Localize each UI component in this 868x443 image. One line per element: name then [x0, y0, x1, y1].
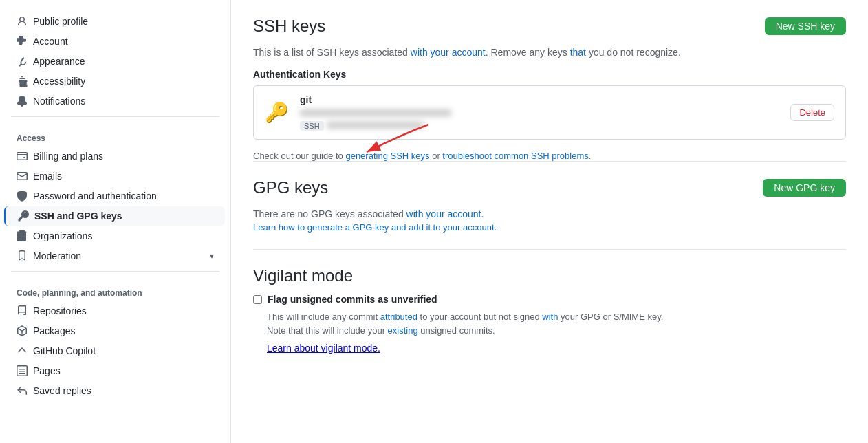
new-ssh-key-button[interactable]: New SSH key — [765, 17, 846, 35]
gpg-section-header: GPG keys New GPG key — [253, 178, 846, 197]
sidebar-item-notifications[interactable]: Notifications — [6, 91, 225, 111]
reply-icon — [17, 385, 28, 396]
org-icon — [17, 230, 28, 241]
sidebar-label-packages: Packages — [33, 325, 75, 336]
vigilant-attributed-link[interactable]: attributed — [380, 312, 417, 322]
sidebar-label-ssh-gpg: SSH and GPG keys — [34, 210, 122, 222]
sidebar-item-organizations[interactable]: Organizations — [6, 226, 225, 246]
chevron-down-icon: ▾ — [210, 251, 214, 261]
vigilant-desc-line1: This will include any commit attributed … — [267, 312, 663, 322]
person-icon — [17, 16, 28, 27]
mail-icon — [17, 171, 28, 182]
vigilant-description: This will include any commit attributed … — [267, 310, 846, 337]
sidebar-item-emails[interactable]: Emails — [6, 166, 225, 186]
sidebar-label-account: Account — [33, 36, 68, 47]
sidebar-label-billing: Billing and plans — [33, 151, 103, 162]
troubleshoot-ssh-link[interactable]: troubleshoot common SSH problems — [442, 151, 588, 161]
code-section-label: Code, planning, and automation — [0, 277, 230, 301]
sidebar-item-copilot[interactable]: GitHub Copilot — [6, 341, 225, 360]
shield-icon — [17, 191, 28, 202]
vigilant-divider — [253, 249, 846, 250]
gpg-title: GPG keys — [253, 178, 328, 197]
key-card-icon: 🔑 — [265, 101, 289, 124]
gear-icon — [17, 36, 28, 47]
vigilant-learn-link[interactable]: Learn about vigilant mode. — [267, 343, 380, 354]
accessibility-icon — [17, 76, 28, 87]
ssh-that-link[interactable]: that — [570, 47, 586, 58]
key-details: git SSH — [300, 94, 779, 131]
sidebar-item-repositories[interactable]: Repositories — [6, 301, 225, 321]
sidebar-label-saved-replies: Saved replies — [33, 385, 91, 396]
ssh-with-account-link[interactable]: with your account — [411, 47, 486, 58]
generating-ssh-keys-link[interactable]: generating SSH keys — [345, 151, 429, 161]
sidebar-item-password[interactable]: Password and authentication — [6, 186, 225, 206]
sidebar-item-appearance[interactable]: Appearance — [6, 52, 225, 71]
fingerprint-blurred — [300, 109, 451, 116]
vigilant-checkbox[interactable] — [253, 295, 262, 304]
paintbrush-icon — [17, 56, 28, 67]
sidebar-label-password: Password and authentication — [33, 191, 157, 202]
sidebar-item-account[interactable]: Account — [6, 32, 225, 51]
package-icon — [17, 325, 28, 336]
sidebar-item-ssh-gpg[interactable]: SSH and GPG keys — [4, 206, 225, 226]
vigilant-with-link[interactable]: with — [542, 312, 558, 322]
vigilant-title: Vigilant mode — [253, 266, 846, 285]
sidebar-label-notifications: Notifications — [33, 96, 85, 107]
ssh-title: SSH keys — [253, 17, 325, 36]
sidebar-item-billing[interactable]: Billing and plans — [6, 147, 225, 166]
sidebar-item-saved-replies[interactable]: Saved replies — [6, 381, 225, 400]
ssh-description: This is a list of SSH keys associated wi… — [253, 47, 846, 58]
sidebar-item-accessibility[interactable]: Accessibility — [6, 72, 225, 91]
ssh-section-header: SSH keys New SSH key — [253, 17, 846, 36]
vigilant-desc-line2: Note that this will include your existin… — [267, 325, 495, 336]
gpg-no-keys-text: There are no GPG keys associated with yo… — [253, 208, 846, 219]
sidebar-label-public-profile: Public profile — [33, 16, 88, 27]
sidebar-item-public-profile[interactable]: Public profile — [6, 12, 225, 31]
delete-key-button[interactable]: Delete — [790, 104, 834, 121]
key-fingerprint — [300, 108, 779, 118]
sidebar-item-pages[interactable]: Pages — [6, 361, 225, 380]
pages-icon — [17, 365, 28, 376]
sidebar-label-organizations: Organizations — [33, 230, 92, 241]
vigilant-checkbox-label[interactable]: Flag unsigned commits as unverified — [253, 294, 846, 305]
access-section-label: Access — [0, 122, 230, 146]
vigilant-checkbox-text: Flag unsigned commits as unverified — [268, 294, 437, 305]
new-gpg-key-button[interactable]: New GPG key — [763, 179, 846, 197]
sidebar-label-pages: Pages — [33, 365, 61, 376]
sidebar-label-copilot: GitHub Copilot — [33, 345, 96, 356]
guide-text: Check out our guide to generating SSH ke… — [253, 151, 846, 161]
vigilant-section: Vigilant mode Flag unsigned commits as u… — [253, 266, 846, 354]
sidebar-item-packages[interactable]: Packages — [6, 321, 225, 341]
ssh-tag: SSH — [300, 121, 324, 131]
key-tag-row: SSH — [300, 118, 779, 131]
vigilant-existing-link[interactable]: existing — [388, 325, 418, 336]
sidebar-label-accessibility: Accessibility — [33, 76, 85, 87]
sidebar-divider-1 — [11, 116, 219, 117]
gpg-learn-link[interactable]: Learn how to generate a GPG key and add … — [253, 222, 497, 233]
ssh-key-card: 🔑 git SSH Delete — [253, 85, 846, 140]
vigilant-learn-row: Learn about vigilant mode. — [267, 343, 846, 354]
sidebar-label-repositories: Repositories — [33, 305, 87, 316]
gpg-with-account-link[interactable]: with your account — [406, 208, 481, 219]
bell-icon — [17, 96, 28, 107]
billing-icon — [17, 151, 28, 162]
main-content: SSH keys New SSH key This is a list of S… — [231, 0, 868, 443]
gpg-learn-text: Learn how to generate a GPG key and add … — [253, 222, 846, 233]
copilot-icon — [17, 345, 28, 356]
auth-keys-label: Authentication Keys — [253, 69, 846, 80]
key-name: git — [300, 94, 779, 105]
sidebar-label-moderation: Moderation — [33, 250, 81, 261]
gpg-divider — [253, 161, 846, 162]
sidebar-label-emails: Emails — [33, 171, 62, 182]
key-date-blurred — [327, 122, 423, 129]
sidebar-label-appearance: Appearance — [33, 56, 85, 67]
key-icon — [18, 210, 29, 222]
sidebar-divider-2 — [11, 271, 219, 272]
sidebar-item-moderation[interactable]: Moderation ▾ — [6, 246, 225, 266]
repo-icon — [17, 305, 28, 316]
moderation-icon — [17, 250, 28, 261]
sidebar: Public profile Account Appearance Access… — [0, 0, 231, 443]
